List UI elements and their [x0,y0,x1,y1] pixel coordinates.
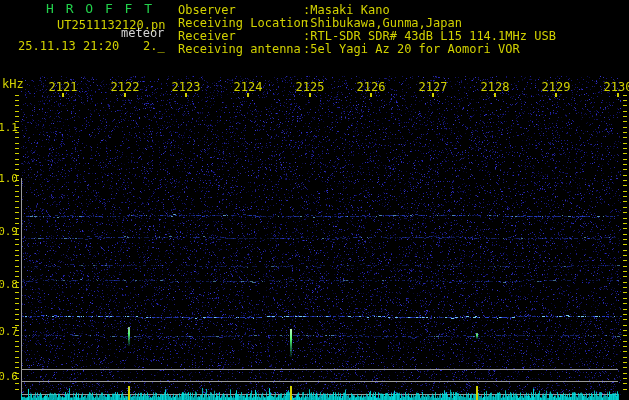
spectrogram-canvas [0,0,629,400]
time-tick-label: 2123 [168,81,204,93]
capture-datetime: 25.11.13 21:20 [18,40,119,52]
station-info-value: :Shibukawa,Gunma,Japan [303,17,462,29]
station-info-label: Observer [178,4,236,16]
freq-tick-label: 0.9 [0,226,18,238]
freq-tick-label: 0.8 [0,279,18,291]
time-tick-label: 2124 [230,81,266,93]
app-title: H R O F F T [46,3,154,15]
freq-tick-label: 0.7 [0,326,18,338]
station-info-label: Receiver [178,30,236,42]
time-tick-label: 2125 [292,81,328,93]
station-info-value: :5el Yagi Az 20 for Aomori VOR [303,43,520,55]
freq-tick-label: 1.1 [0,122,18,134]
station-info-label: Receiving antenna [178,43,301,55]
station-info-value: :RTL-SDR SDR# 43dB L15 114.1MHz USB [303,30,556,42]
freq-tick-label: 1.0 [0,173,18,185]
station-info-label: Receiving Location [178,17,308,29]
time-tick-label: 2127 [415,81,451,93]
time-tick-label: 2129 [538,81,574,93]
time-tick-label: 2122 [107,81,143,93]
time-tick-label: 2121 [45,81,81,93]
counter-label: 2._ [143,40,165,52]
freq-axis-unit-label: kHz [2,78,24,90]
hrofft-output: H R O F F T UT2511132120.pn meteor 25.11… [0,0,629,400]
time-tick-label: 2126 [353,81,389,93]
time-tick-label: 2130 [600,81,629,93]
time-tick-label: 2128 [477,81,513,93]
station-info-value: :Masaki Kano [303,4,390,16]
freq-tick-label: 0.6 [0,371,18,383]
meteor-mode-label: meteor [121,27,164,39]
